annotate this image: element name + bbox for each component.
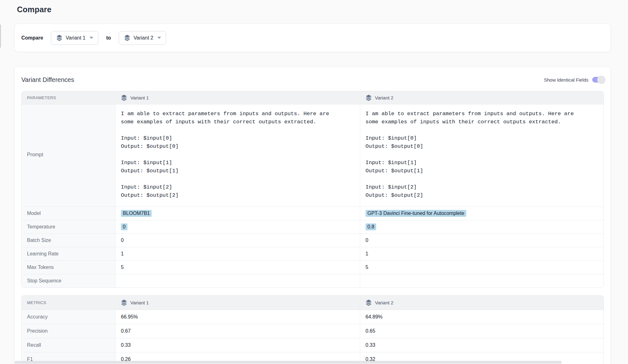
column-header-label: Variant 2 xyxy=(375,95,393,100)
page-title: Compare xyxy=(17,5,628,14)
parameters-variant-1-header: Variant 1 xyxy=(116,91,360,104)
stop-sequence-variant-2-cell xyxy=(360,274,604,287)
layers-icon xyxy=(121,299,127,306)
variant-differences-card: Variant Differences Show Identical Field… xyxy=(14,67,611,364)
precision-variant-2-cell: 0.65 xyxy=(360,324,604,338)
toggle-knob xyxy=(597,76,605,84)
toggle-label: Show Identical Fields xyxy=(544,77,588,83)
row-label-max-tokens: Max Tokens xyxy=(22,260,116,274)
recall-variant-2-cell: 0.33 xyxy=(360,338,604,352)
batch-size-variant-1-cell: 0 xyxy=(116,233,360,247)
variant-1-dropdown-label: Variant 1 xyxy=(66,35,85,41)
cell-value: 0.33 xyxy=(365,342,375,348)
cell-value: 66.95% xyxy=(121,314,138,320)
row-label-stop-sequence: Stop Sequence xyxy=(22,274,116,287)
parameters-variant-2-header: Variant 2 xyxy=(360,91,604,104)
row-label-precision: Precision xyxy=(22,324,116,338)
diff-highlight-value: 0.8 xyxy=(365,223,376,230)
row-label-temperature: Temperature xyxy=(22,220,116,233)
cell-value: 1 xyxy=(121,251,124,257)
cell-value: 5 xyxy=(365,265,368,270)
to-label: to xyxy=(106,35,111,41)
diff-highlight-value: 0 xyxy=(121,223,127,230)
precision-variant-1-cell: 0.67 xyxy=(116,324,360,338)
prompt-variant-1-cell: I am able to extract parameters from inp… xyxy=(116,104,360,206)
recall-variant-1-cell: 0.33 xyxy=(116,338,360,352)
learning-rate-variant-2-cell: 1 xyxy=(360,247,604,260)
card-title: Variant Differences xyxy=(21,76,74,83)
prompt-text: I am able to extract parameters from inp… xyxy=(365,110,574,200)
row-label-accuracy: Accuracy xyxy=(22,310,116,324)
row-label-prompt: Prompt xyxy=(22,104,116,206)
accuracy-variant-1-cell: 66.95% xyxy=(116,310,360,324)
layers-icon xyxy=(365,94,372,101)
compare-label: Compare xyxy=(21,35,43,41)
cell-value: 64.89% xyxy=(365,314,382,320)
column-header-label: Variant 1 xyxy=(130,95,149,100)
learning-rate-variant-1-cell: 1 xyxy=(116,247,360,260)
batch-size-variant-2-cell: 0 xyxy=(360,233,604,247)
parameters-table: PARAMETERS Variant 1 Variant 2 Prompt I … xyxy=(21,91,604,288)
show-identical-fields-control: Show Identical Fields xyxy=(544,77,604,83)
variant-differences-header: Variant Differences Show Identical Field… xyxy=(21,67,604,84)
scroll-indicator xyxy=(0,24,1,48)
diff-highlight-value: GPT-3 Davinci Fine-tuned for Autocomplet… xyxy=(365,210,466,217)
cell-value: 0 xyxy=(121,238,124,243)
compare-bar: Compare Variant 1 to Variant 2 xyxy=(14,24,611,52)
cell-value: 5 xyxy=(121,265,124,270)
chevron-down-icon xyxy=(157,37,161,39)
model-variant-2-cell: GPT-3 Davinci Fine-tuned for Autocomplet… xyxy=(360,206,604,220)
max-tokens-variant-1-cell: 5 xyxy=(116,260,360,274)
metrics-variant-2-header: Variant 2 xyxy=(360,296,604,310)
temperature-variant-1-cell: 0 xyxy=(116,220,360,233)
layers-icon xyxy=(121,94,127,101)
cell-value: 1 xyxy=(365,251,368,257)
max-tokens-variant-2-cell: 5 xyxy=(360,260,604,274)
row-label-batch-size: Batch Size xyxy=(22,233,116,247)
accuracy-variant-2-cell: 64.89% xyxy=(360,310,604,324)
column-header-label: Variant 2 xyxy=(375,300,393,305)
diff-highlight-value: BLOOM7B1 xyxy=(121,210,152,217)
variant-1-dropdown[interactable]: Variant 1 xyxy=(51,31,98,45)
prompt-variant-2-cell: I am able to extract parameters from inp… xyxy=(360,104,604,206)
horizontal-scrollbar[interactable] xyxy=(14,361,562,364)
variant-2-dropdown[interactable]: Variant 2 xyxy=(119,31,166,45)
variant-2-dropdown-label: Variant 2 xyxy=(133,35,153,41)
chevron-down-icon xyxy=(89,37,93,39)
cell-value: 0.33 xyxy=(121,342,131,348)
row-label-learning-rate: Learning Rate xyxy=(22,247,116,260)
layers-icon xyxy=(365,299,372,306)
layers-icon xyxy=(124,35,130,41)
model-variant-1-cell: BLOOM7B1 xyxy=(116,206,360,220)
row-label-recall: Recall xyxy=(22,338,116,352)
column-header-label: Variant 1 xyxy=(130,300,149,305)
cell-value: 0 xyxy=(365,238,368,243)
metrics-section-header: METRICS xyxy=(22,296,116,310)
prompt-text: I am able to extract parameters from inp… xyxy=(121,110,329,200)
stop-sequence-variant-1-cell xyxy=(116,274,360,287)
cell-value: 0.67 xyxy=(121,328,131,334)
cell-value: 0.65 xyxy=(365,328,375,334)
temperature-variant-2-cell: 0.8 xyxy=(360,220,604,233)
metrics-variant-1-header: Variant 1 xyxy=(116,296,360,310)
parameters-section-header: PARAMETERS xyxy=(22,91,116,104)
row-label-model: Model xyxy=(22,206,116,220)
show-identical-fields-toggle[interactable] xyxy=(592,77,604,83)
metrics-table: METRICS Variant 1 Variant 2 Accuracy 66.… xyxy=(21,295,604,364)
layers-icon xyxy=(56,35,62,41)
